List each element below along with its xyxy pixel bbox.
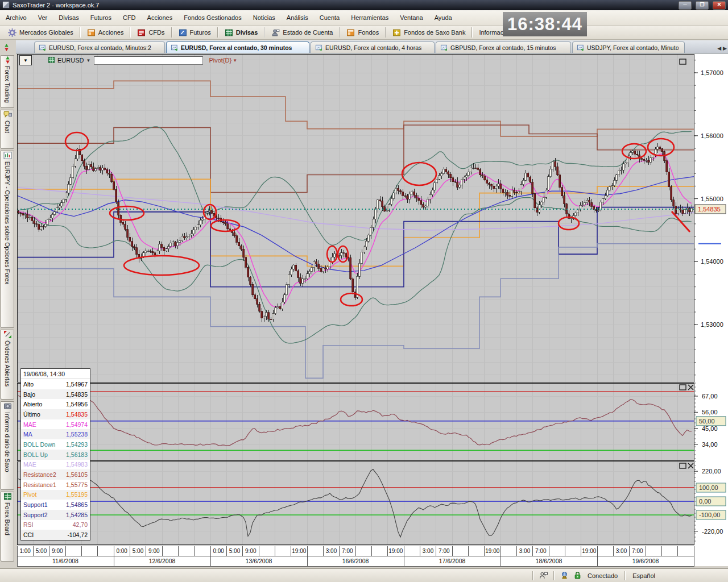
menu-item-archivo[interactable]: Archivo bbox=[0, 13, 32, 23]
menu-item-an-lisis[interactable]: Análisis bbox=[281, 13, 314, 23]
svg-text:100,00: 100,00 bbox=[699, 484, 718, 491]
data-panel-value: 1,55238 bbox=[66, 431, 88, 438]
lock-icon bbox=[573, 571, 582, 580]
chart-dropdown-button[interactable]: ▼ bbox=[19, 55, 32, 65]
sidebar-item-eurjpy-operaciones-sobre-opciones-forex[interactable]: EURJPY - Operaciones sobre Opciones Fore… bbox=[1, 151, 14, 328]
data-panel-label: Bajo bbox=[23, 391, 35, 398]
menu-item-herramientas[interactable]: Herramientas bbox=[345, 13, 394, 23]
chart-search-input[interactable] bbox=[94, 56, 203, 65]
menu-item-noticias[interactable]: Noticias bbox=[247, 13, 281, 23]
menu-item-acciones[interactable]: Acciones bbox=[142, 13, 179, 23]
menu-item-ayuda[interactable]: Ayuda bbox=[429, 13, 458, 23]
data-panel-value: 1,54835 bbox=[66, 411, 88, 418]
svg-text:16/6/2008: 16/6/2008 bbox=[342, 558, 369, 564]
data-panel-value: 1,54956 bbox=[66, 401, 88, 408]
status-separator bbox=[553, 571, 555, 580]
svg-text:220,00: 220,00 bbox=[702, 468, 721, 475]
sidebar-item-rdenes-abiertas[interactable]: Órdenes Abiertas bbox=[1, 330, 14, 400]
svg-text:1:00: 1:00 bbox=[19, 548, 31, 554]
toolbar-item-fondos[interactable]: Fondos bbox=[342, 27, 383, 38]
toolbar-item-cfds[interactable]: CFDs bbox=[133, 27, 169, 38]
chart-doc-icon bbox=[39, 44, 47, 51]
tab-scroll-left-icon[interactable]: ◀ bbox=[717, 45, 721, 51]
toolbar-item-mercados-globales[interactable]: Mercados Globales bbox=[3, 27, 78, 38]
svg-text:9:00: 9:00 bbox=[148, 548, 160, 554]
toolbar-item-futuros[interactable]: Futuros bbox=[174, 27, 216, 38]
data-panel-value: 1,54865 bbox=[66, 501, 88, 508]
sidebar-item-forex-board[interactable]: Forex Board bbox=[1, 492, 14, 562]
svg-text:1,54000: 1,54000 bbox=[701, 258, 723, 265]
status-separator bbox=[532, 571, 533, 580]
svg-text:56,00: 56,00 bbox=[702, 409, 718, 415]
svg-text:7:00: 7:00 bbox=[535, 548, 547, 554]
study-label[interactable]: Pivot{D} bbox=[209, 57, 231, 64]
data-panel-row-support1: Support11,54865 bbox=[21, 500, 90, 510]
toolbar-item-fondos-de-saxo-bank[interactable]: Fondos de Saxo Bank bbox=[388, 27, 470, 38]
forex-symbol-icon bbox=[48, 56, 55, 65]
sidebar-item-label: EURJPY - Operaciones sobre Opciones Fore… bbox=[4, 160, 11, 327]
toolbar-separator bbox=[264, 27, 265, 38]
data-panel-row-boll-up: BOLL Up1,56183 bbox=[21, 450, 90, 460]
data-panel-value: 1,54983 bbox=[66, 461, 88, 468]
tab-label: EURUSD, Forex al contado, 30 minutos bbox=[181, 44, 292, 51]
window-orange-icon bbox=[346, 28, 355, 37]
updown-arrows-icon[interactable] bbox=[2, 43, 11, 54]
data-panel-value: 1,55775 bbox=[66, 481, 88, 488]
chart-doc-icon bbox=[171, 44, 179, 51]
data-panel-rows: Alto1,54967Bajo1,54835Abierto1,54956Últi… bbox=[21, 379, 90, 540]
menu-item-cfd[interactable]: CFD bbox=[117, 13, 142, 23]
tab-scroll-right-icon[interactable]: ▶ bbox=[723, 45, 727, 51]
person-chat-icon bbox=[539, 571, 548, 580]
close-button[interactable]: ✕ bbox=[713, 1, 726, 10]
data-panel-row-alto: Alto1,54967 bbox=[21, 379, 90, 389]
tab-eurusd-forex-al-contado-30-minutos[interactable]: EURUSD, Forex al contado, 30 minutos bbox=[166, 41, 309, 53]
data-panel-value: 1,56105 bbox=[66, 471, 88, 478]
svg-text:-220,00: -220,00 bbox=[702, 528, 723, 535]
sidebar-item-forex-trading[interactable]: Forex Trading bbox=[1, 55, 14, 108]
toolbar-separator bbox=[385, 27, 386, 38]
chat-user-icon[interactable] bbox=[537, 571, 550, 580]
symbol-selector[interactable]: EURUSD ▼ bbox=[48, 56, 90, 65]
report-icon bbox=[3, 402, 12, 410]
data-panel-label: Alto bbox=[23, 381, 34, 388]
tab-gbpusd-forex-al-contado-15-minutos[interactable]: GBPUSD, Forex al contado, 15 minutos bbox=[436, 41, 571, 53]
data-panel-value: 1,56183 bbox=[66, 451, 88, 458]
sidebar-item-label: Órdenes Abiertas bbox=[4, 339, 11, 399]
toolbar-item-divisas[interactable]: Divisas bbox=[220, 27, 263, 38]
menu-item-futuros[interactable]: Futuros bbox=[85, 13, 117, 23]
data-panel-label: CCI bbox=[23, 531, 34, 538]
restore-button[interactable]: ❐ bbox=[696, 1, 709, 10]
updown-icon bbox=[3, 56, 12, 64]
data-panel-value: 1,54967 bbox=[66, 381, 88, 388]
data-panel-label: BOLL Up bbox=[23, 451, 48, 458]
sidebar-item-informe-diario-de-saxo[interactable]: Informe diario de Saxo bbox=[1, 401, 14, 490]
svg-text:3:00: 3:00 bbox=[616, 548, 627, 554]
svg-text:7:00: 7:00 bbox=[342, 548, 353, 554]
minimize-button[interactable]: ─ bbox=[679, 1, 692, 10]
tab-usdjpy-forex-al-contado-minuto[interactable]: USDJPY, Forex al contado, Minuto bbox=[572, 41, 685, 53]
doc-blue-icon bbox=[179, 28, 187, 37]
toolbar-item-label: Acciones bbox=[98, 29, 124, 36]
toolbar-item-estado-de-cuenta[interactable]: Estado de Cuenta bbox=[267, 27, 337, 38]
data-panel-row-mae: MAE1,54974 bbox=[21, 419, 90, 430]
svg-text:5:00: 5:00 bbox=[229, 548, 241, 554]
menu-item-ver[interactable]: Ver bbox=[32, 13, 53, 23]
toolbar-separator bbox=[171, 27, 172, 38]
tab-eurusd-forex-al-contado-4-horas[interactable]: EURUSD, Forex al contado, 4 horas bbox=[311, 41, 435, 53]
menu-item-ventana[interactable]: Ventana bbox=[394, 13, 428, 23]
tab-eurusd-forex-al-contado-minutos-2[interactable]: EURUSD, Forex al contado, Minutos:2 bbox=[34, 41, 165, 53]
data-panel-label: Pivot bbox=[23, 491, 36, 498]
data-panel-row-resistance1: Resistance11,55775 bbox=[21, 480, 90, 490]
data-panel-label: RSI bbox=[23, 521, 34, 528]
svg-text:-100,00: -100,00 bbox=[699, 512, 720, 518]
data-panel-row-pivot: Pivot1,55195 bbox=[21, 490, 90, 500]
data-panel-value: 1,55195 bbox=[66, 491, 88, 498]
menu-item-divisas[interactable]: Divisas bbox=[53, 13, 84, 23]
menu-item-cuenta[interactable]: Cuenta bbox=[314, 13, 345, 23]
data-panel-row-cci: CCI-104,72 bbox=[21, 530, 90, 540]
toolbar-item-label: Estado de Cuenta bbox=[283, 29, 333, 36]
menu-item-fondos-gestionados[interactable]: Fondos Gestionados bbox=[178, 13, 247, 23]
toolbar-item-acciones[interactable]: Acciones bbox=[82, 27, 129, 38]
tab-scroll-arrows[interactable]: ◀ ▶ bbox=[717, 45, 727, 51]
sidebar-item-chat[interactable]: Chat bbox=[1, 110, 14, 149]
